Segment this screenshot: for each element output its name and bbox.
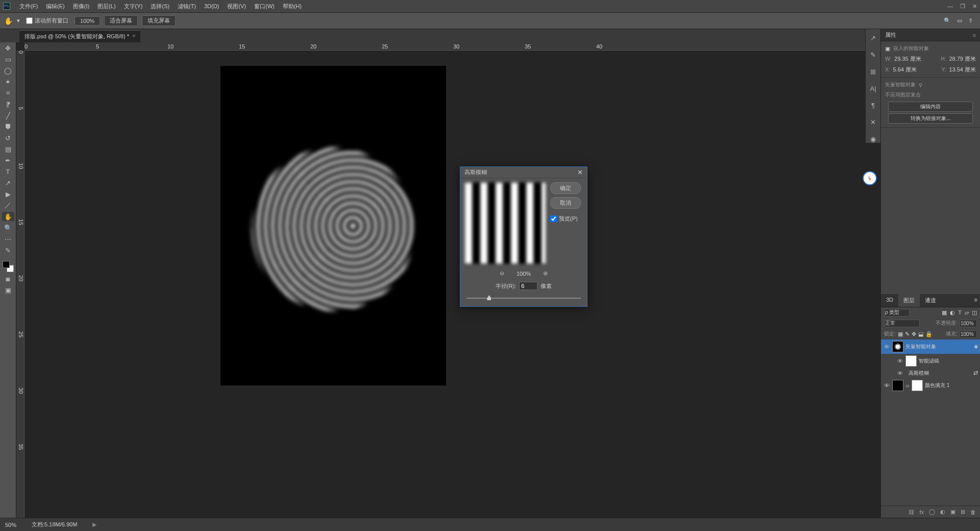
menu-type[interactable]: 文字(Y) (120, 3, 147, 10)
status-zoom[interactable]: 50% (5, 522, 16, 528)
mask-mode[interactable]: ◙ (2, 274, 14, 283)
extension-badge[interactable]: 🦌 (863, 171, 877, 185)
blur-preview[interactable] (464, 182, 546, 264)
filter-options-icon[interactable]: ⇄ (973, 370, 978, 376)
width-value[interactable]: 29.35 厘米 (894, 55, 921, 63)
swatches-panel-icon[interactable]: ⊞ (870, 68, 876, 76)
menu-edit[interactable]: 编辑(E) (42, 3, 69, 10)
eyedropper-tool[interactable]: ⁋ (2, 100, 14, 109)
opacity-input[interactable] (960, 320, 977, 327)
cancel-button[interactable]: 取消 (550, 197, 581, 209)
layer-row-colorfill[interactable]: 👁 ⚍ 颜色填充 1 (881, 378, 980, 393)
ok-button[interactable]: 确定 (550, 182, 581, 194)
workspace-icon[interactable]: ▭ (957, 17, 962, 24)
char-panel-icon[interactable]: A| (870, 85, 876, 92)
maximize-icon[interactable]: ❐ (960, 3, 965, 10)
filter-type-icon[interactable]: T (958, 309, 962, 316)
menu-view[interactable]: 视图(V) (223, 3, 250, 10)
tab-channels[interactable]: 通道 (920, 294, 941, 307)
layer-row-smartobject[interactable]: 👁 矢量智能对象 ◈ (881, 340, 980, 354)
status-doc[interactable]: 文档:5.18M/6.90M (32, 521, 77, 528)
group-icon[interactable]: ▣ (950, 509, 955, 515)
visibility-toggle[interactable]: 👁 (896, 358, 903, 364)
wand-tool[interactable]: ✦ (2, 77, 14, 86)
filter-pixel-icon[interactable]: ▦ (942, 309, 947, 316)
layer-row-gaussian[interactable]: 👁 高斯模糊 ⇄ (881, 368, 980, 378)
menu-select[interactable]: 选择(S) (146, 3, 174, 10)
scroll-all-checkbox[interactable]: 滚动所有窗口 (24, 17, 70, 25)
move-tool[interactable]: ✥ (2, 43, 14, 53)
menu-window[interactable]: 窗口(W) (250, 3, 279, 10)
lock-trans-icon[interactable]: ▦ (898, 331, 903, 337)
lasso-tool[interactable]: ◯ (2, 66, 14, 75)
menu-file[interactable]: 文件(F) (15, 3, 42, 10)
zoom-in-icon[interactable]: ⊕ (543, 270, 548, 277)
fill-input[interactable] (960, 330, 977, 338)
gradient-tool[interactable]: ▤ (2, 144, 14, 154)
history-panel-icon[interactable]: ↗ (870, 34, 876, 42)
menu-3d[interactable]: 3D(D) (200, 3, 223, 9)
fx-icon[interactable]: fx (919, 509, 924, 515)
layer-thumb[interactable] (892, 341, 903, 352)
document-tab[interactable]: 排版.psd @ 50% (矢量智能对象, RGB/8) * × (19, 30, 140, 42)
mask-thumb[interactable] (912, 380, 923, 391)
pen-tool[interactable]: ✒ (2, 156, 14, 165)
menu-filter[interactable]: 滤镜(T) (174, 3, 200, 10)
edit-contents-button[interactable]: 编辑内容 (888, 102, 973, 112)
visibility-toggle[interactable]: 👁 (896, 370, 903, 376)
layers-menu-icon[interactable]: ≡ (972, 294, 980, 307)
color-swatch[interactable] (3, 261, 14, 272)
path-tool[interactable]: ↗ (2, 178, 14, 187)
radius-slider[interactable] (467, 294, 581, 302)
layer-thumb[interactable] (892, 380, 903, 391)
brush-tool[interactable]: ╱ (2, 111, 14, 120)
para-panel-icon[interactable]: ¶ (871, 102, 875, 109)
edit-toolbar[interactable]: ✎ (2, 246, 14, 255)
filter-shape-icon[interactable]: ▱ (965, 309, 969, 316)
fill-screen-button[interactable]: 填充屏幕 (142, 15, 176, 26)
layer-filter-type[interactable] (884, 309, 910, 317)
radius-input[interactable] (519, 282, 537, 290)
tab-3d[interactable]: 3D (881, 294, 898, 307)
fit-screen-button[interactable]: 适合屏幕 (104, 15, 138, 26)
preview-checkbox[interactable]: 预览(P) (550, 215, 581, 223)
lock-pos-icon[interactable]: ✥ (912, 331, 916, 337)
filter-mask-thumb[interactable] (905, 355, 917, 367)
link-layers-icon[interactable]: ⛓ (909, 509, 914, 515)
mask-icon[interactable]: ◯ (929, 509, 935, 515)
lock-paint-icon[interactable]: ✎ (905, 331, 910, 337)
convert-link-button[interactable]: 转换为链接对象... (888, 113, 973, 124)
filter-smart-icon[interactable]: ◫ (972, 309, 977, 316)
y-value[interactable]: 13.54 厘米 (949, 66, 976, 74)
tab-layers[interactable]: 图层 (898, 294, 920, 307)
type-tool[interactable]: T (2, 167, 14, 176)
dialog-titlebar[interactable]: 高斯模糊 ✕ (460, 167, 587, 178)
cloud-panel-icon[interactable]: ◉ (870, 135, 876, 143)
zoom-tool[interactable]: 🔍 (2, 223, 14, 232)
zoom-100-button[interactable]: 100% (75, 16, 100, 26)
more-tools[interactable]: ⋯ (2, 234, 14, 244)
lock-nest-icon[interactable]: ⬓ (918, 331, 923, 337)
visibility-toggle[interactable]: 👁 (883, 382, 890, 389)
history-brush-tool[interactable]: ↺ (2, 133, 14, 142)
minimize-icon[interactable]: — (947, 3, 953, 10)
shape-tool[interactable]: ▶ (2, 189, 14, 199)
height-value[interactable]: 28.79 厘米 (949, 55, 976, 63)
zoom-out-icon[interactable]: ⊖ (500, 270, 504, 277)
lock-all-icon[interactable]: 🔒 (925, 331, 933, 337)
screen-mode[interactable]: ▣ (2, 285, 14, 295)
menu-layer[interactable]: 图层(L) (93, 3, 119, 10)
layer-row-smartfilters[interactable]: 👁 智能滤镜 (881, 354, 980, 368)
adjust-panel-icon[interactable]: ✕ (870, 118, 876, 126)
brush-panel-icon[interactable]: ✎ (870, 51, 876, 59)
blend-mode-select[interactable] (884, 320, 920, 327)
panel-menu-icon[interactable]: ≡ (973, 32, 976, 38)
filter-adjust-icon[interactable]: ◐ (950, 309, 955, 316)
marquee-tool[interactable]: ▭ (2, 55, 14, 64)
search-icon[interactable]: 🔍 (944, 17, 951, 24)
visibility-toggle[interactable]: 👁 (883, 344, 890, 350)
crop-tool[interactable]: ⌗ (2, 88, 14, 98)
stamp-tool[interactable]: ⛊ (2, 122, 14, 131)
status-arrow-icon[interactable]: ▶ (92, 521, 96, 528)
close-window-icon[interactable]: ✕ (972, 3, 977, 10)
